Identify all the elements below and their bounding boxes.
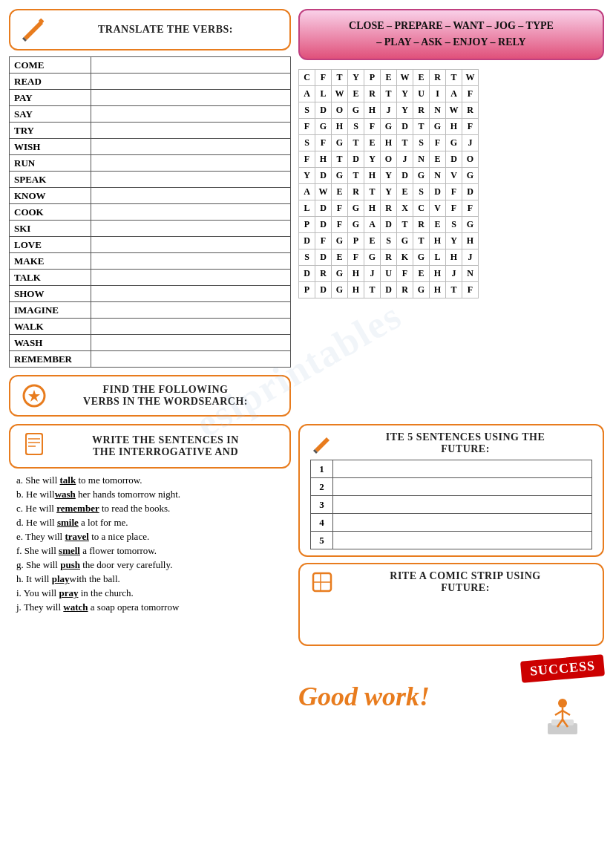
ws-cell: R [348,183,364,200]
ws-cell: V [430,200,446,216]
ws-cell: P [299,281,315,298]
translate-answer[interactable] [91,172,291,188]
ws-cell: F [299,151,315,167]
translate-answer[interactable] [91,237,291,253]
ws-cell: T [332,69,348,85]
ws-cell: E [413,265,430,281]
interrogative-section: WRITE THE SENTENCES IN THE INTERROGATIVE… [9,424,291,740]
ws-cell: H [430,281,446,298]
ws-cell: S [348,118,364,134]
translate-word: COOK [10,204,91,221]
ws-cell: E [348,85,364,102]
verb-list-box: CLOSE – PREPARE – WANT – JOG – TYPE – PL… [298,9,604,60]
sentence-input[interactable] [333,496,592,514]
translate-answer[interactable] [91,188,291,204]
ws-cell: R [381,200,397,216]
translate-answer[interactable] [91,155,291,172]
sentence-item: e. They will travel to a nice place. [16,531,291,543]
ws-cell: F [430,134,446,151]
ws-cell: T [381,85,397,102]
ws-cell: F [348,249,364,265]
ws-cell: J [364,265,381,281]
translate-answer[interactable] [91,74,291,90]
ws-cell: W [446,102,462,118]
translate-answer[interactable] [91,57,291,74]
translate-row: WALK [10,319,291,335]
ws-cell: T [332,151,348,167]
translate-word: PAY [10,90,91,106]
sentence-input[interactable] [333,460,592,478]
ws-cell: R [462,102,479,118]
translate-answer[interactable] [91,90,291,106]
ws-cell: L [430,249,446,265]
ws-cell: T [397,216,413,232]
ws-cell: C [413,200,430,216]
translate-answer[interactable] [91,335,291,351]
ws-cell: Y [397,102,413,118]
svg-line-20 [563,711,570,715]
ws-cell: H [364,167,381,183]
ws-cell: A [364,216,381,232]
ws-cell: G [332,281,348,298]
ws-cell: D [462,183,479,200]
write-sentences-box: ITE 5 SENTENCES USING THE FUTURE: 12345 [298,424,604,557]
translate-answer[interactable] [91,123,291,139]
translate-answer[interactable] [91,204,291,221]
translate-word: COME [10,57,91,74]
ws-cell: A [299,183,315,200]
verb-list-line1: CLOSE – PREPARE – WANT – JOG – TYPE [312,18,591,34]
translate-answer[interactable] [91,286,291,302]
ws-cell: D [430,183,446,200]
svg-marker-10 [315,437,330,452]
ws-cell: R [364,85,381,102]
ws-cell: T [348,134,364,151]
ws-cell: F [364,118,381,134]
svg-marker-4 [28,390,40,402]
ws-cell: Y [348,69,364,85]
ws-cell: R [315,265,332,281]
translate-row: SPEAK [10,172,291,188]
ws-cell: O [381,151,397,167]
numbered-row: 3 [311,496,592,514]
sentence-item: a. She will talk to me tomorrow. [16,474,291,486]
good-work-text: Good work! [298,681,430,712]
translate-answer[interactable] [91,302,291,319]
ws-cell: D [315,200,332,216]
svg-rect-6 [27,434,42,454]
ws-cell: H [430,232,446,249]
ws-cell: F [332,216,348,232]
sentence-input[interactable] [333,478,592,496]
comic-strip-box: RITE A COMIC STRIP USING FUTURE: [298,563,604,646]
translate-row: COME [10,57,291,74]
ws-cell: E [364,134,381,151]
ws-cell: Y [381,167,397,183]
sentence-input[interactable] [333,514,592,532]
ws-cell: G [397,232,413,249]
ws-cell: J [462,134,479,151]
ws-cell: R [413,102,430,118]
translate-answer[interactable] [91,351,291,368]
ws-cell: F [315,134,332,151]
translate-answer[interactable] [91,253,291,270]
ws-cell: D [315,102,332,118]
translate-answer[interactable] [91,221,291,237]
translate-table: COMEREADPAYSAYTRYWISHRUNSPEAKKNOWCOOKSKI… [9,56,291,368]
ws-cell: S [413,183,430,200]
ws-cell: G [381,118,397,134]
ws-cell: Y [381,183,397,200]
right-section: CLOSE – PREPARE – WANT – JOG – TYPE – PL… [298,9,604,417]
svg-line-19 [555,711,563,715]
translate-answer[interactable] [91,319,291,335]
ws-cell: G [332,232,348,249]
translate-answer[interactable] [91,270,291,286]
ws-cell: P [364,69,381,85]
ws-cell: F [299,118,315,134]
translate-answer[interactable] [91,106,291,123]
numbered-row: 1 [311,460,592,478]
translate-row: WISH [10,139,291,155]
translate-answer[interactable] [91,139,291,155]
sentence-input[interactable] [333,532,592,549]
comic-strip-area[interactable] [310,594,592,639]
ws-cell: D [299,265,315,281]
sentences-list: a. She will talk to me tomorrow.b. He wi… [9,474,291,613]
